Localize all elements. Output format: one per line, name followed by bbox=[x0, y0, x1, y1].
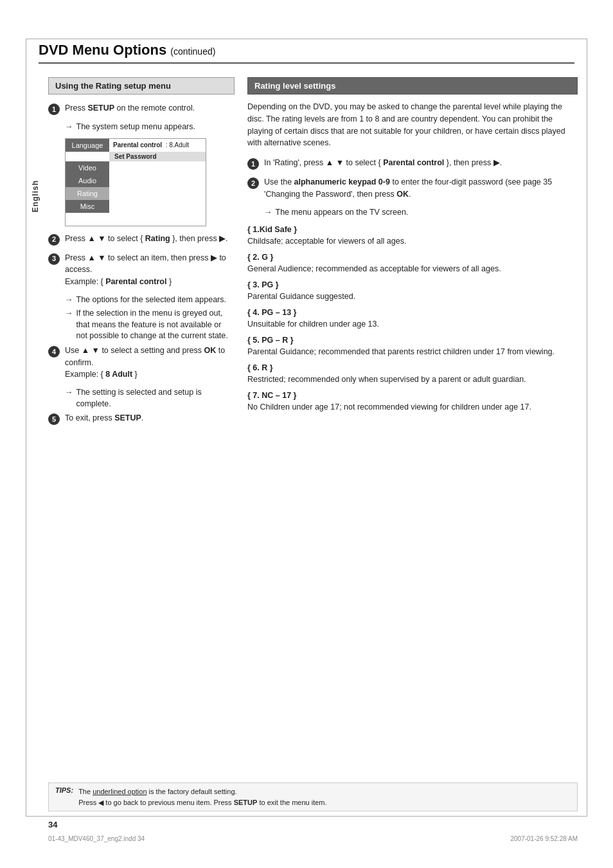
step-2-bold: Rating bbox=[145, 234, 170, 243]
arrow-icon-4: → bbox=[65, 387, 73, 399]
step-1-sub-text: The system setup menu appears. bbox=[76, 122, 196, 133]
top-border bbox=[26, 39, 587, 39]
rating-1: { 1.Kid Safe } Childsafe; acceptable for… bbox=[247, 224, 578, 247]
rating-2-label: { 2. G } bbox=[247, 252, 578, 264]
step-5-content: To exit, press SETUP. bbox=[65, 412, 235, 424]
step-1-content: Press SETUP on the remote control. bbox=[65, 102, 235, 114]
ratings-list: { 1.Kid Safe } Childsafe; acceptable for… bbox=[247, 224, 578, 413]
rating-4-label: { 4. PG – 13 } bbox=[247, 307, 578, 319]
rating-7: { 7. NC – 17 } No Children under age 17;… bbox=[247, 390, 578, 413]
step-2: 2 Press ▲ ▼ to select { Rating }, then p… bbox=[48, 233, 235, 246]
menu-item-audio: Audio bbox=[66, 174, 109, 187]
page-wrapper: English DVD Menu Options (continued) Usi… bbox=[0, 0, 613, 868]
arrow-icon-r2: → bbox=[264, 207, 272, 219]
rating-1-desc: Childsafe; acceptable for viewers of all… bbox=[247, 236, 578, 248]
rating-7-desc: No Children under age 17; not recommende… bbox=[247, 402, 578, 413]
menu-item-misc: Misc bbox=[66, 200, 109, 213]
menu-item-language: Language bbox=[66, 139, 109, 152]
right-column: Rating level settings Depending on the D… bbox=[247, 77, 578, 431]
tips-label: TIPS: bbox=[55, 786, 73, 794]
tips-content: The underlined option is the factory def… bbox=[78, 786, 326, 808]
rating-3-desc: Parental Guidance suggested. bbox=[247, 291, 578, 303]
rating-7-label: { 7. NC – 17 } bbox=[247, 390, 578, 402]
step-5-setup: SETUP bbox=[114, 413, 141, 422]
rating-5-desc: Parental Guidance; recommended that pare… bbox=[247, 347, 578, 358]
step-3-sub1-text: The options for the selected item appear… bbox=[76, 294, 226, 306]
menu-item-video: Video bbox=[66, 161, 109, 174]
right-step-2-number: 2 bbox=[247, 177, 259, 189]
right-step-1: 1 In 'Rating', press ▲ ▼ to select { Par… bbox=[247, 157, 578, 170]
right-step-2-keypad: alphanumeric keypad 0-9 bbox=[294, 177, 390, 186]
tips-box: TIPS: The underlined option is the facto… bbox=[48, 782, 578, 811]
menu-set-password: Set Password bbox=[109, 152, 206, 161]
footer-date: 2007-01-26 9:52:28 AM bbox=[510, 835, 578, 842]
sidebar-language-label: English bbox=[31, 180, 40, 212]
right-step-2-content: Use the alphanumeric keypad 0-9 to enter… bbox=[264, 176, 578, 201]
rating-3: { 3. PG } Parental Guidance suggested. bbox=[247, 280, 578, 302]
page-title-continued: (continued) bbox=[170, 46, 215, 57]
menu-right-misc bbox=[109, 205, 206, 208]
menu-right-rating bbox=[109, 192, 206, 195]
right-step-1-content: In 'Rating', press ▲ ▼ to select { Paren… bbox=[264, 157, 578, 169]
menu-right-video bbox=[109, 167, 206, 169]
step-1-bold: SETUP bbox=[87, 104, 114, 113]
rating-2-desc: General Audience; recommended as accepta… bbox=[247, 264, 578, 275]
step-4-content: Use ▲ ▼ to select a setting and press OK… bbox=[65, 345, 235, 381]
page-number: 34 bbox=[48, 820, 57, 829]
rating-5-label: { 5. PG – R } bbox=[247, 335, 578, 347]
step-4: 4 Use ▲ ▼ to select a setting and press … bbox=[48, 345, 235, 381]
step-4-example: 8 Adult bbox=[105, 370, 132, 379]
left-column: Using the Rating setup menu 1 Press SETU… bbox=[48, 77, 235, 431]
right-step-1-bold: Parental control bbox=[383, 158, 444, 167]
step-2-content: Press ▲ ▼ to select { Rating }, then pre… bbox=[65, 233, 235, 245]
rating-5: { 5. PG – R } Parental Guidance; recomme… bbox=[247, 335, 578, 357]
right-step-2: 2 Use the alphanumeric keypad 0-9 to ent… bbox=[247, 176, 578, 201]
step-4-sub-text: The setting is selected and setup is com… bbox=[76, 387, 235, 410]
menu-right-audio bbox=[109, 179, 206, 182]
menu-row-misc: Misc bbox=[66, 200, 206, 213]
step-3-example: Parental control bbox=[105, 277, 166, 286]
rating-6-desc: Restricted; recommended only when superv… bbox=[247, 374, 578, 386]
menu-right-parental: Parental control : 8.Adult bbox=[109, 140, 206, 150]
rating-1-label: { 1.Kid Safe } bbox=[247, 224, 578, 236]
step-3-sub2-text: If the selection in the menu is greyed o… bbox=[76, 308, 235, 342]
step-5: 5 To exit, press SETUP. bbox=[48, 412, 235, 425]
rating-6-label: { 6. R } bbox=[247, 363, 578, 374]
left-border bbox=[26, 39, 26, 817]
step-3: 3 Press ▲ ▼ to select an item, then pres… bbox=[48, 252, 235, 288]
bottom-border bbox=[26, 816, 587, 817]
menu-screenshot: Language Parental control : 8.Adult Set … bbox=[65, 138, 206, 226]
step-3-sub2: → If the selection in the menu is greyed… bbox=[65, 308, 235, 342]
tips-line1: The underlined option is the factory def… bbox=[78, 786, 326, 797]
right-step-2-sub-text: The menu appears on the TV screen. bbox=[276, 207, 409, 219]
right-step-1-number: 1 bbox=[247, 158, 259, 170]
rating-4: { 4. PG – 13 } Unsuitable for children u… bbox=[247, 307, 578, 330]
step-4-number: 4 bbox=[48, 346, 60, 357]
rating-2: { 2. G } General Audience; recommended a… bbox=[247, 252, 578, 275]
rating-6: { 6. R } Restricted; recommended only wh… bbox=[247, 363, 578, 385]
step-4-sub: → The setting is selected and setup is c… bbox=[65, 387, 235, 410]
step-1-number: 1 bbox=[48, 104, 60, 115]
step-1: 1 Press SETUP on the remote control. bbox=[48, 102, 235, 115]
tips-underline: underlined option bbox=[93, 788, 147, 795]
right-section-heading: Rating level settings bbox=[247, 77, 578, 95]
menu-row-rating: Rating bbox=[66, 187, 206, 200]
step-5-number: 5 bbox=[48, 413, 60, 425]
rating-4-desc: Unsuitable for children under age 13. bbox=[247, 319, 578, 330]
arrow-icon-3a: → bbox=[65, 294, 73, 306]
menu-row-audio: Audio bbox=[66, 174, 206, 187]
step-4-ok: OK bbox=[204, 346, 217, 355]
tips-line2: Press ◀ to go back to previous menu item… bbox=[78, 797, 326, 808]
right-border bbox=[587, 39, 587, 817]
step-3-number: 3 bbox=[48, 253, 60, 265]
page-title: DVD Menu Options (continued) bbox=[39, 42, 574, 64]
step-3-content: Press ▲ ▼ to select an item, then press … bbox=[65, 252, 235, 288]
tips-setup-bold: SETUP bbox=[234, 799, 258, 806]
arrow-icon-1: → bbox=[65, 122, 73, 133]
left-section-heading: Using the Rating setup menu bbox=[48, 77, 235, 95]
menu-row-language: Language Parental control : 8.Adult bbox=[66, 139, 206, 152]
menu-item-rating: Rating bbox=[66, 187, 109, 200]
menu-row-video: Video bbox=[66, 161, 206, 174]
step-1-sub: → The system setup menu appears. bbox=[65, 122, 235, 133]
main-content: Using the Rating setup menu 1 Press SETU… bbox=[48, 77, 578, 431]
